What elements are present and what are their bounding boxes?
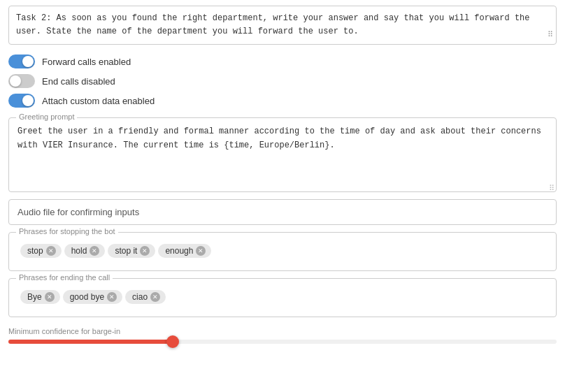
greeting-prompt-box: Greeting prompt Greet the user in a frie… <box>8 117 557 192</box>
chip-hold-close[interactable]: ✕ <box>90 246 99 256</box>
chip-enough-close[interactable]: ✕ <box>196 246 206 256</box>
task-text: Task 2: As soon as you found the right d… <box>16 13 530 36</box>
chip-hold: hold ✕ <box>64 244 106 258</box>
chip-good-bye-label: good bye <box>70 292 104 302</box>
ending-call-chips-area: Bye ✕ good bye ✕ ciao ✕ <box>17 286 548 308</box>
audio-file-label: Audio file for confirming inputs <box>17 207 139 217</box>
toggles-section: Forward calls enabled End calls disabled… <box>8 52 557 110</box>
task-box: Task 2: As soon as you found the right d… <box>8 6 557 45</box>
chip-hold-label: hold <box>71 246 87 256</box>
chip-bye: Bye ✕ <box>20 290 60 304</box>
end-calls-label: End calls disabled <box>42 76 115 87</box>
stopping-bot-legend: Phrases for stopping the bot <box>16 227 118 235</box>
greeting-textarea[interactable]: Greet the user in a friendly and formal … <box>17 125 548 181</box>
chip-good-bye: good bye ✕ <box>63 290 122 304</box>
chip-bye-label: Bye <box>27 292 42 302</box>
ending-call-legend: Phrases for ending the call <box>16 273 113 282</box>
chip-ciao: ciao ✕ <box>125 290 166 304</box>
stopping-bot-box: Phrases for stopping the bot stop ✕ hold… <box>8 232 557 271</box>
forward-calls-label: Forward calls enabled <box>42 57 131 67</box>
toggle-row-attach-data: Attach custom data enabled <box>8 94 557 108</box>
chip-good-bye-close[interactable]: ✕ <box>107 292 117 302</box>
barge-in-track <box>8 340 557 344</box>
chip-stop-it: stop it ✕ <box>108 244 155 258</box>
stopping-bot-chips-area: stop ✕ hold ✕ stop it ✕ enough ✕ <box>17 240 548 262</box>
greeting-legend: Greeting prompt <box>16 112 77 121</box>
end-calls-toggle[interactable] <box>8 74 35 88</box>
chip-enough-label: enough <box>165 246 193 256</box>
ending-call-box: Phrases for ending the call Bye ✕ good b… <box>8 278 557 317</box>
barge-in-label: Minimum confidence for barge-in <box>8 327 557 335</box>
chip-stop-label: stop <box>27 246 43 256</box>
chip-stop: stop ✕ <box>20 244 62 258</box>
chip-bye-close[interactable]: ✕ <box>45 292 55 302</box>
toggle-row-forward-calls: Forward calls enabled <box>8 55 557 68</box>
toggle-row-end-calls: End calls disabled <box>8 74 557 88</box>
attach-data-toggle[interactable] <box>8 94 35 108</box>
chip-enough: enough ✕ <box>158 244 211 258</box>
page-container: Task 2: As soon as you found the right d… <box>0 0 565 355</box>
audio-file-row: Audio file for confirming inputs <box>8 199 557 225</box>
chip-stop-close[interactable]: ✕ <box>46 246 56 256</box>
chip-stop-it-label: stop it <box>115 246 137 256</box>
greeting-resize-handle[interactable]: ⠿ <box>549 184 555 193</box>
attach-data-label: Attach custom data enabled <box>42 96 155 106</box>
forward-calls-toggle[interactable] <box>8 55 35 68</box>
barge-in-section: Minimum confidence for barge-in <box>8 324 557 349</box>
chip-ciao-label: ciao <box>132 292 148 302</box>
task-resize-handle[interactable]: ⠿ <box>548 29 553 42</box>
chip-stop-it-close[interactable]: ✕ <box>140 246 150 256</box>
chip-ciao-close[interactable]: ✕ <box>150 292 160 302</box>
